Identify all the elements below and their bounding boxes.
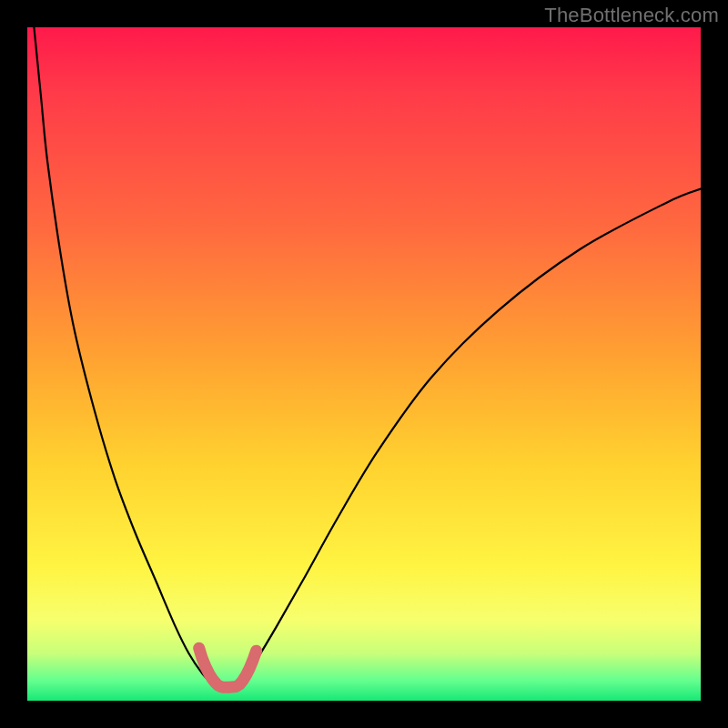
chart-frame: TheBottleneck.com — [0, 0, 728, 728]
curve-layer — [27, 27, 701, 701]
plot-area — [27, 27, 701, 701]
watermark-text: TheBottleneck.com — [544, 4, 719, 27]
curve-right — [229, 189, 701, 688]
curve-left — [34, 27, 222, 688]
valley-highlight — [199, 648, 257, 687]
